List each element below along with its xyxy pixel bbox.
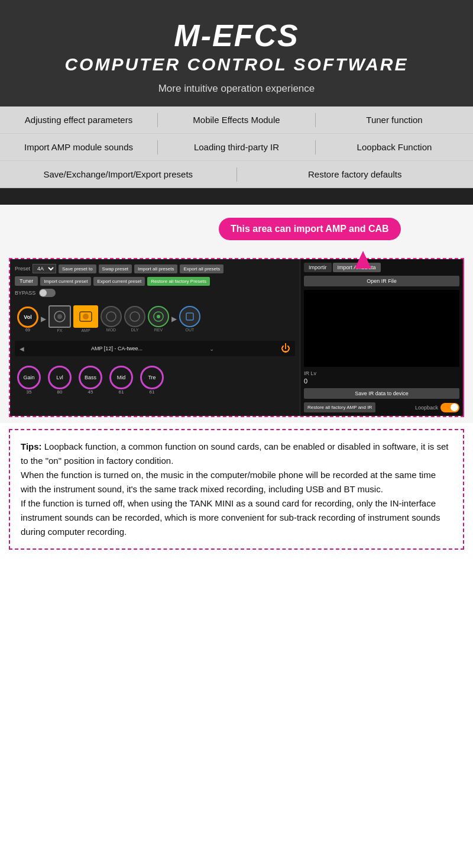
header: M-EFCS COMPUTER CONTROL SOFTWARE More in… [0,0,473,107]
vol-knob[interactable]: Vol [17,306,38,328]
svg-point-4 [106,312,116,321]
vol-value: 69 [25,328,30,332]
restore-row: Restore all factory AMP and IR Loopback [304,402,459,412]
mod-icon[interactable] [101,306,122,327]
nav-item-adjusting[interactable]: Adjusting effect parameters [0,112,157,127]
import-current-btn[interactable]: Import current preset [40,277,91,286]
fx-label: FX [57,328,63,333]
bypass-toggle[interactable] [39,289,56,297]
restore-amp-ir-button[interactable]: Restore all factory AMP and IR [304,402,375,412]
rev-icon[interactable] [148,306,169,327]
fx-icon [53,310,66,323]
save-ir-button[interactable]: Save IR data to device [304,388,459,399]
tips-text: Loopback function, a common function on … [21,441,448,537]
gain-value: 35 [27,389,32,395]
signal-chain: Vol 69 ▶ FX [15,302,295,336]
dly-module: DLY [124,306,145,332]
out-svg [184,311,196,322]
svg-point-3 [83,314,89,320]
power-button[interactable]: ⏻ [281,343,290,354]
loopback-control: Loopback [415,403,459,412]
bass-label: Bass [85,375,96,380]
bass-value: 45 [88,389,93,395]
tips-label: Tips: [21,441,42,451]
out-label: OUT [186,328,195,332]
rev-module: REV [148,306,169,332]
bass-knob: Bass 45 [79,366,102,395]
nav-item-mobile[interactable]: Mobile Effects Module [158,112,315,127]
nav-item-save-exchange[interactable]: Save/Exchange/Import/Export presets [0,167,237,182]
amp-icon [79,311,92,322]
mid-label: Mid [117,375,126,380]
open-ir-button[interactable]: Open IR File [304,276,459,286]
export-all-btn[interactable]: Export all presets [180,264,223,273]
app-top-bar-2: Tuner Import current preset Export curre… [15,276,295,286]
screenshot-section: This area can import AMP and CAB Preset … [0,205,473,423]
rev-svg [153,311,164,322]
tre-value: 61 [150,389,155,395]
bass-knob-circle[interactable]: Bass [79,366,102,389]
gain-label: Gain [23,375,34,380]
bypass-row: BYPASS [15,289,295,297]
swap-preset-btn[interactable]: Swap preset [99,264,132,273]
callout-arrow [355,251,371,269]
tre-knob: Tre 61 [140,366,164,395]
bottom-knobs: Gain 35 Lvl 80 Bass 45 [15,361,295,399]
amp-name-bar: ◀ AMP [12] - CA-twee... ⌄ ⏻ [15,341,295,356]
bypass-label: BYPASS [15,290,35,296]
out-icon[interactable] [179,306,200,327]
nav-item-loading-ir[interactable]: Loading third-party IR [158,140,315,154]
export-current-btn[interactable]: Export current preset [93,277,145,286]
restore-all-btn[interactable]: Restore all factory Presets [147,277,210,286]
nav-item-tuner[interactable]: Tuner function [316,112,473,127]
expand-icon[interactable]: ⌄ [209,346,214,352]
svg-point-1 [57,314,62,319]
lvl-knob-circle[interactable]: Lvl [48,366,72,389]
mod-label: MOD [106,328,116,332]
tuner-button[interactable]: Tuner [15,276,38,286]
rev-label: REV [154,328,163,332]
dly-icon[interactable] [124,306,145,327]
dly-label: DLY [131,328,138,332]
amp-chevron-icon: ◀ [20,346,24,352]
arrow-1: ▶ [41,315,46,323]
nav-row-1: Adjusting effect parameters Mobile Effec… [0,107,473,134]
nav-section: Adjusting effect parameters Mobile Effec… [0,107,473,188]
nav-item-restore-factory[interactable]: Restore factory defaults [237,167,474,182]
tips-section: Tips: Loopback function, a common functi… [9,429,464,550]
mid-knob-circle[interactable]: Mid [109,366,133,389]
fx-box[interactable] [48,305,71,328]
import-tab-1[interactable]: Importir [304,263,332,272]
nav-item-loopback[interactable]: Loopback Function [316,140,473,154]
loopback-toggle[interactable] [440,403,459,412]
gain-knob-circle[interactable]: Gain [17,366,41,389]
ir-lv-label: IR Lv [304,370,459,376]
dark-separator [0,188,473,205]
mod-svg [105,311,117,322]
nav-item-import-amp[interactable]: Import AMP module sounds [0,140,157,154]
vol-label: Vol [24,314,31,320]
app-top-bar-1: Preset 4A Save preset to Swap preset Imp… [15,264,295,273]
save-preset-btn[interactable]: Save preset to [59,264,96,273]
amp-box[interactable] [73,305,98,328]
out-module: OUT [179,306,200,332]
nav-row-3: Save/Exchange/Import/Export presets Rest… [0,161,473,188]
toggle-knob [40,289,47,296]
subtitle: More intuitive operation experience [12,83,461,95]
tre-knob-circle[interactable]: Tre [140,366,164,389]
import-all-btn[interactable]: Import all presets [134,264,177,273]
svg-rect-8 [186,313,193,320]
amp-name-label: AMP [12] - CA-twee... [91,346,142,351]
app-panel: Preset 4A Save preset to Swap preset Imp… [10,259,300,416]
loopback-label: Loopback [415,405,438,411]
callout-bubble: This area can import AMP and CAB [219,218,401,240]
amp-label: AMP [81,328,90,333]
preset-select[interactable]: 4A [33,264,56,273]
nav-row-2: Import AMP module sounds Loading third-p… [0,134,473,161]
dly-svg [129,311,141,322]
mid-value: 61 [119,389,124,395]
vol-knob-block: Vol 69 [17,306,38,332]
mod-module: MOD [101,306,122,332]
svg-point-7 [157,315,160,318]
lvl-value: 80 [57,389,63,395]
